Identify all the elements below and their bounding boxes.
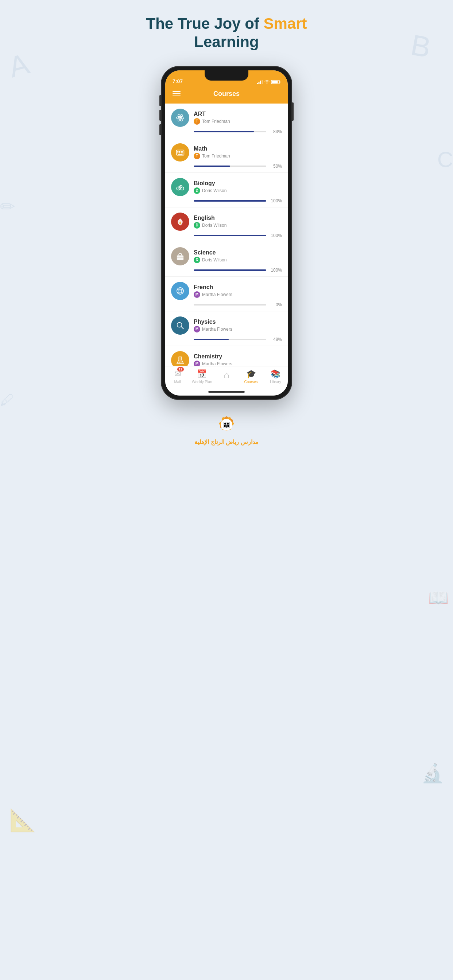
teacher-name: Doris Wilson	[202, 258, 226, 262]
progress-bar-bg	[194, 165, 266, 167]
course-item[interactable]: English D Doris Wilson 100%	[165, 207, 288, 242]
progress-row: 100%	[171, 267, 282, 273]
progress-bar-bg	[194, 339, 266, 340]
notch	[205, 70, 248, 81]
svg-rect-1	[258, 82, 260, 84]
progress-bar-bg	[194, 304, 266, 305]
tab-weekly-plan[interactable]: 📅 Weekly Plan	[190, 369, 214, 384]
svg-rect-13	[177, 151, 179, 152]
progress-row: 100%	[171, 198, 282, 204]
svg-rect-14	[179, 151, 180, 152]
teacher-avatar: T	[194, 118, 200, 125]
course-info: Physics M Martha Flowers	[194, 319, 282, 332]
phone-screen: 7:07	[165, 70, 288, 396]
wifi-icon	[264, 80, 270, 84]
course-info: Chemistry M Martha Flowers	[194, 353, 282, 366]
course-item[interactable]: ART T Tom Friedman 83%	[165, 103, 288, 138]
svg-rect-6	[280, 81, 281, 83]
svg-point-23	[180, 187, 184, 190]
svg-rect-17	[177, 153, 179, 153]
svg-rect-19	[180, 153, 182, 153]
svg-rect-3	[262, 80, 263, 84]
course-icon	[171, 351, 189, 366]
svg-rect-0	[257, 83, 258, 84]
progress-bar-bg	[194, 200, 266, 202]
progress-bar-bg	[194, 235, 266, 236]
tab-mail[interactable]: ✉ 11 Mail	[165, 369, 190, 384]
teacher-name: Tom Friedman	[202, 153, 230, 159]
svg-rect-16	[182, 151, 183, 152]
course-info: Science D Doris Wilson	[194, 250, 282, 263]
tab-home[interactable]: ⌂	[214, 369, 239, 384]
progress-bar-fill	[194, 165, 230, 167]
progress-bar-fill	[194, 339, 229, 340]
progress-bar-bg	[194, 269, 266, 271]
svg-rect-25	[177, 255, 183, 260]
course-item[interactable]: Chemistry M Martha Flowers 100%	[165, 346, 288, 366]
course-icon	[171, 109, 189, 127]
tab-home-icon-wrap: ⌂	[223, 369, 230, 380]
svg-rect-21	[178, 154, 183, 155]
course-item[interactable]: Physics M Martha Flowers 48%	[165, 311, 288, 346]
courses-icon: 🎓	[246, 369, 256, 379]
svg-point-35	[179, 362, 180, 363]
svg-point-22	[177, 187, 180, 190]
progress-percent: 100%	[269, 267, 282, 273]
course-name: Physics	[194, 319, 282, 325]
svg-point-8	[179, 117, 181, 118]
course-top: ART T Tom Friedman	[171, 109, 282, 127]
battery-icon	[271, 80, 281, 84]
progress-bar-fill	[194, 235, 266, 236]
progress-row: 50%	[171, 164, 282, 169]
course-icon	[171, 178, 189, 196]
teacher-row: D Doris Wilson	[194, 222, 282, 229]
tab-courses[interactable]: 🎓 Courses	[239, 369, 263, 384]
teacher-row: M Martha Flowers	[194, 361, 282, 366]
teacher-avatar: M	[194, 291, 200, 298]
progress-row: 0%	[171, 302, 282, 307]
calendar-icon: 📅	[197, 369, 207, 379]
teacher-name: Doris Wilson	[202, 223, 226, 228]
nav-bar: Courses	[165, 86, 288, 103]
progress-percent: 0%	[269, 302, 282, 307]
progress-bar-fill	[194, 131, 254, 132]
hamburger-menu[interactable]	[172, 91, 180, 96]
course-top: Physics M Martha Flowers	[171, 317, 282, 335]
tab-library-icon-wrap: 📚	[271, 369, 281, 379]
nav-title: Courses	[214, 90, 239, 98]
course-name: French	[194, 284, 282, 291]
status-icons	[257, 80, 281, 84]
course-icon	[171, 143, 189, 162]
teacher-avatar: M	[194, 326, 200, 332]
teacher-name: Tom Friedman	[202, 119, 230, 124]
tab-library[interactable]: 📚 Library	[263, 369, 288, 384]
course-name: Biology	[194, 180, 282, 187]
progress-row: 100%	[171, 233, 282, 238]
course-name: ART	[194, 111, 282, 118]
teacher-row: T Tom Friedman	[194, 118, 282, 125]
course-top: Science D Doris Wilson	[171, 247, 282, 266]
teacher-avatar: D	[194, 257, 200, 263]
progress-bar-fill	[194, 200, 266, 202]
course-icon	[171, 282, 189, 300]
progress-percent: 100%	[269, 233, 282, 238]
course-list: ART T Tom Friedman 83%	[165, 103, 288, 366]
course-name: Science	[194, 250, 282, 256]
hero-title: The True Joy of Smart Learning	[146, 14, 307, 51]
teacher-avatar: T	[194, 153, 200, 159]
teacher-avatar: M	[194, 361, 200, 366]
progress-percent: 48%	[269, 337, 282, 342]
course-icon	[171, 317, 189, 335]
course-item[interactable]: Science D Doris Wilson 100%	[165, 242, 288, 277]
tab-bar: ✉ 11 Mail 📅 Weekly Plan ⌂ 🎓	[165, 366, 288, 388]
course-info: French M Martha Flowers	[194, 284, 282, 298]
teacher-row: M Martha Flowers	[194, 326, 282, 332]
teacher-row: M Martha Flowers	[194, 291, 282, 298]
course-item[interactable]: Math T Tom Friedman 50%	[165, 138, 288, 173]
course-top: English D Doris Wilson	[171, 213, 282, 231]
home-bar	[208, 391, 245, 393]
course-item[interactable]: French M Martha Flowers 0%	[165, 277, 288, 311]
course-item[interactable]: Biology D Doris Wilson 100%	[165, 173, 288, 207]
progress-bar-bg	[194, 131, 266, 132]
svg-point-36	[181, 361, 182, 361]
